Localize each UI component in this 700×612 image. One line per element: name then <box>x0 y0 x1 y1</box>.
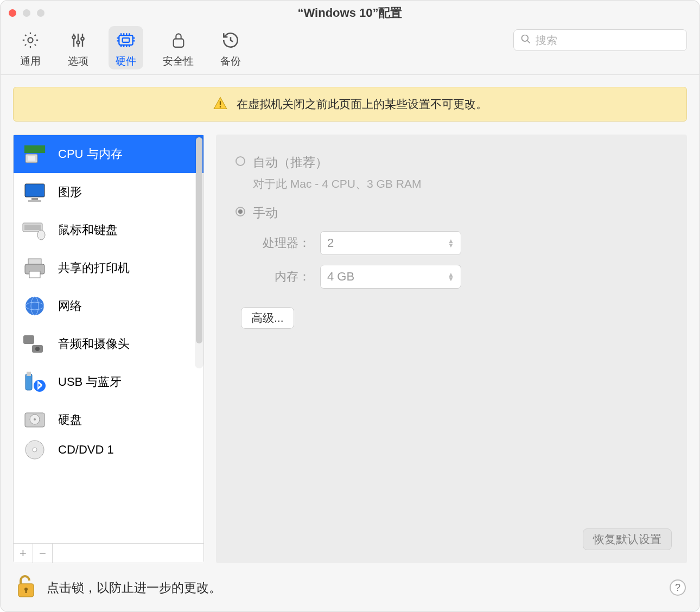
radio-manual-input[interactable] <box>236 207 245 216</box>
svg-rect-28 <box>26 374 32 390</box>
usb-bluetooth-icon <box>21 370 48 394</box>
sidebar-item-label: 共享的打印机 <box>58 260 130 276</box>
tab-options[interactable]: 选项 <box>61 26 96 69</box>
svg-rect-15 <box>28 200 41 202</box>
svg-point-35 <box>33 448 37 452</box>
hdd-icon <box>21 408 48 432</box>
window-title: “Windows 10”配置 <box>0 5 700 21</box>
lock-icon <box>168 29 189 51</box>
cpu-label: 处理器： <box>251 235 310 251</box>
svg-rect-13 <box>25 184 44 197</box>
help-button[interactable]: ? <box>670 579 686 596</box>
svg-rect-17 <box>24 225 41 230</box>
sidebar-item-label: CD/DVD 1 <box>58 443 114 457</box>
sidebar-item-hard-disk[interactable]: 硬盘 <box>14 401 203 439</box>
stepper-arrows-icon[interactable]: ▲▼ <box>448 239 454 247</box>
svg-rect-38 <box>26 589 27 593</box>
sidebar-item-cpu-memory[interactable]: CPU 与内存 <box>14 135 203 173</box>
svg-rect-21 <box>29 271 40 278</box>
add-device-button[interactable]: + <box>14 544 33 563</box>
svg-point-27 <box>35 347 40 351</box>
titlebar: “Windows 10”配置 <box>0 0 700 26</box>
stepper-arrows-icon[interactable]: ▲▼ <box>448 272 454 281</box>
cpu-row: 处理器： 2 ▲▼ <box>251 231 667 255</box>
sidebar-item-mouse-keyboard[interactable]: 鼠标和键盘 <box>14 211 203 249</box>
sliders-icon <box>67 29 89 51</box>
unlocked-lock-icon[interactable] <box>15 574 37 601</box>
banner-text: 在虚拟机关闭之前此页面上的某些设置不可更改。 <box>237 97 487 112</box>
sidebar-item-label: 图形 <box>58 184 82 200</box>
svg-point-22 <box>26 297 44 315</box>
lock-text: 点击锁，以防止进一步的更改。 <box>47 579 221 596</box>
svg-rect-29 <box>27 372 31 376</box>
memory-value: 4 GB <box>327 270 354 284</box>
sidebar-item-shared-printers[interactable]: 共享的打印机 <box>14 249 203 287</box>
svg-point-0 <box>28 37 33 42</box>
sidebar-list[interactable]: CPU 与内存 图形 鼠标和键盘 <box>14 135 203 543</box>
svg-rect-4 <box>119 35 132 45</box>
svg-rect-14 <box>31 198 38 200</box>
sidebar-item-cd-dvd[interactable]: CD/DVD 1 <box>14 439 203 461</box>
svg-point-2 <box>77 41 79 43</box>
sidebar-item-graphics[interactable]: 图形 <box>14 173 203 211</box>
remove-device-button[interactable]: − <box>33 544 53 563</box>
svg-rect-12 <box>28 156 35 161</box>
svg-point-33 <box>34 418 36 420</box>
cpu-stepper[interactable]: 2 ▲▼ <box>320 231 461 255</box>
footer: 点击锁，以防止进一步的更改。 ? <box>0 563 700 612</box>
tab-backup[interactable]: 备份 <box>213 26 248 69</box>
detail-panel: 自动（推荐） 对于此 Mac - 4 CPU、3 GB RAM 手动 处理器： … <box>216 135 687 563</box>
sidebar-item-label: 鼠标和键盘 <box>58 222 118 238</box>
svg-rect-5 <box>123 38 130 42</box>
svg-rect-9 <box>220 106 221 107</box>
config-window: “Windows 10”配置 通用 选项 硬件 安全性 <box>0 0 700 612</box>
sidebar-item-label: 音频和摄像头 <box>58 336 130 352</box>
restore-defaults-button[interactable]: 恢复默认设置 <box>583 528 672 550</box>
gear-icon <box>20 29 41 51</box>
sidebar-item-label: CPU 与内存 <box>58 146 123 162</box>
sidebar-item-label: 网络 <box>58 298 82 314</box>
tab-hardware[interactable]: 硬件 <box>109 26 143 69</box>
auto-subtext: 对于此 Mac - 4 CPU、3 GB RAM <box>253 176 667 192</box>
search-input[interactable] <box>536 34 680 47</box>
chip-icon <box>115 29 137 51</box>
memory-row: 内存： 4 GB ▲▼ <box>251 265 667 289</box>
sidebar-item-network[interactable]: 网络 <box>14 287 203 325</box>
sidebar-item-label: USB 与蓝牙 <box>58 374 122 390</box>
advanced-button[interactable]: 高级... <box>241 307 294 329</box>
tab-security[interactable]: 安全性 <box>156 26 200 69</box>
cd-icon <box>21 439 48 461</box>
radio-manual-label: 手动 <box>253 205 278 221</box>
svg-point-18 <box>37 230 45 240</box>
svg-rect-10 <box>24 145 45 153</box>
search-field[interactable] <box>513 29 687 51</box>
keyboard-mouse-icon <box>21 218 48 242</box>
svg-rect-25 <box>23 335 34 344</box>
sidebar-item-usb-bluetooth[interactable]: USB 与蓝牙 <box>14 363 203 401</box>
svg-point-1 <box>72 36 75 39</box>
backup-clock-icon <box>220 29 241 51</box>
sidebar-scrollbar[interactable] <box>195 135 203 368</box>
warning-banner: 在虚拟机关闭之前此页面上的某些设置不可更改。 <box>13 87 687 122</box>
toolbar: 通用 选项 硬件 安全性 备份 <box>0 26 700 75</box>
monitor-icon <box>21 180 48 204</box>
sidebar-scrollbar-thumb[interactable] <box>196 137 202 343</box>
warning-icon <box>213 95 228 113</box>
network-icon <box>21 294 48 318</box>
radio-manual[interactable]: 手动 <box>236 205 667 221</box>
radio-auto-label: 自动（推荐） <box>253 154 328 171</box>
hardware-sidebar: CPU 与内存 图形 鼠标和键盘 <box>13 135 204 563</box>
sidebar-item-label: 硬盘 <box>58 412 82 428</box>
memory-stepper[interactable]: 4 GB ▲▼ <box>320 265 461 289</box>
svg-rect-8 <box>220 101 221 105</box>
cpu-value: 2 <box>327 236 334 250</box>
tab-general[interactable]: 通用 <box>13 26 48 69</box>
svg-rect-6 <box>173 39 183 47</box>
radio-auto-input[interactable] <box>236 156 245 166</box>
radio-auto[interactable]: 自动（推荐） <box>236 154 667 171</box>
main-area: CPU 与内存 图形 鼠标和键盘 <box>0 122 700 563</box>
svg-point-3 <box>81 37 84 40</box>
printer-icon <box>21 256 48 280</box>
sidebar-item-audio-camera[interactable]: 音频和摄像头 <box>14 325 203 363</box>
svg-rect-19 <box>28 259 41 264</box>
